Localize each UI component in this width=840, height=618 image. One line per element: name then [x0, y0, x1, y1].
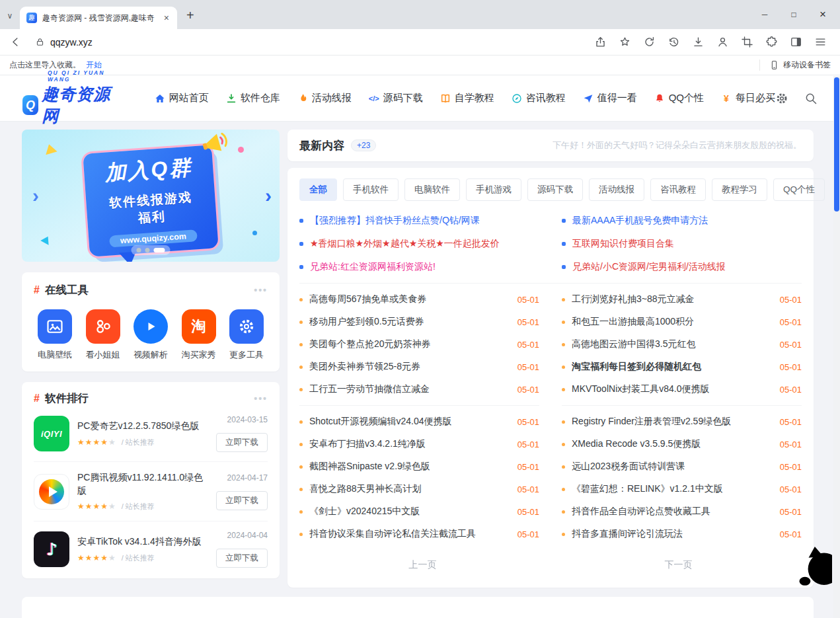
browser-tab[interactable]: 趣 趣奇资源网 - 残雪资源网,趣味奇 ×	[20, 7, 177, 29]
featured-link[interactable]: 兄弟站/小C资源网/宅男福利/活动线报	[562, 255, 802, 278]
address-bar[interactable]: qqzyw.xyz	[35, 37, 594, 48]
news-item[interactable]: 美团外卖神券节领25-8元券 05-01	[299, 356, 539, 378]
featured-link[interactable]: 兄弟站:红尘资源网福利资源站!	[299, 255, 539, 278]
news-item[interactable]: 工行浏览好礼抽3~88元立减金 05-01	[562, 288, 802, 311]
software-name[interactable]: PC爱奇艺v12.2.5.7850绿色版	[77, 420, 208, 433]
nav-item-daily-buy[interactable]: ¥ 每日必买	[721, 92, 775, 104]
share-icon[interactable]	[594, 36, 607, 48]
menu-icon[interactable]	[814, 36, 827, 48]
tool-taobao[interactable]: 淘 淘买家秀	[178, 309, 220, 361]
download-icon[interactable]	[692, 36, 705, 48]
carousel-dots[interactable]	[132, 245, 171, 255]
download-now-button[interactable]: 立即下载	[216, 433, 268, 452]
nav-item-qq[interactable]: QQ个性	[654, 92, 704, 104]
favorite-star-icon[interactable]	[619, 36, 631, 48]
prev-page-button[interactable]: 上一页	[299, 553, 546, 577]
content-tab[interactable]: 教程学习	[712, 178, 767, 201]
featured-link[interactable]: 最新AAAA手机靓号免费申请方法	[562, 209, 802, 232]
news-item[interactable]: 工行五一劳动节抽微信立减金 05-01	[299, 378, 539, 401]
nav-item-source-code[interactable]: </> 源码下载	[369, 92, 423, 104]
split-screen-icon[interactable]	[790, 36, 802, 48]
new-tab-button[interactable]: +	[177, 8, 204, 29]
featured-link[interactable]: 【强烈推荐】抖音快手粉丝点赞/Q钻/网课	[299, 209, 539, 232]
news-item[interactable]: 移动用户签到领0.5元话费券 05-01	[299, 311, 539, 333]
history-icon[interactable]	[668, 36, 680, 48]
scrollbar-thumb[interactable]	[834, 77, 839, 212]
nav-item-home[interactable]: 网站首页	[155, 92, 209, 104]
news-item[interactable]: 高德地图云游中国得3.5元红包 05-01	[562, 333, 802, 356]
news-item[interactable]: 和包五一出游抽最高1000积分 05-01	[562, 311, 802, 333]
profile-icon[interactable]	[716, 36, 729, 48]
refresh-icon[interactable]	[643, 36, 656, 48]
content-tab[interactable]: 手机游戏	[466, 178, 521, 201]
mobile-bookmarks-button[interactable]: 移动设备书签	[759, 59, 831, 71]
bullet-dot-icon	[299, 420, 303, 424]
nav-item-activity[interactable]: 活动线报	[297, 92, 352, 104]
download-now-button[interactable]: 立即下载	[216, 491, 268, 510]
software-name[interactable]: PC腾讯视频v11.92.1411.0绿色版	[77, 471, 208, 497]
page-scrollbar[interactable]	[833, 76, 840, 618]
site-logo[interactable]: QU QI ZI YUAN WANG Q 趣奇资源网	[22, 69, 111, 127]
content-tab[interactable]: 源码下载	[527, 178, 583, 201]
banner-carousel[interactable]: 加入Q群 软件线报游戏福利 www.quqizy.com › ›	[22, 130, 280, 262]
news-item[interactable]: 抖音作品全自动评论点赞收藏工具 05-01	[562, 500, 802, 523]
back-button[interactable]	[9, 36, 22, 48]
content-tab[interactable]: 电脑软件	[404, 178, 460, 201]
content-tab[interactable]: 全部	[299, 178, 337, 201]
window-close-button[interactable]: ×	[808, 8, 837, 21]
news-item[interactable]: Registry Finder注册表管理v2.59绿色版 05-01	[562, 410, 802, 433]
news-item[interactable]: 抖音多直播间评论引流玩法 05-01	[562, 523, 802, 545]
carousel-dot[interactable]	[145, 248, 150, 252]
news-item[interactable]: 截图神器Snipaste v2.9绿色版 05-01	[299, 455, 539, 478]
nav-item-news[interactable]: 咨讯教程	[512, 92, 566, 104]
download-now-button[interactable]: 立即下载	[216, 549, 268, 568]
news-item[interactable]: 《剑士》v20240215中文版 05-01	[299, 500, 539, 523]
more-dots-icon[interactable]: •••	[254, 285, 268, 295]
settings-gear-icon[interactable]	[775, 92, 788, 105]
news-item[interactable]: 美团每个整点抢20元奶茶神券 05-01	[299, 333, 539, 356]
content-tab[interactable]: 手机软件	[343, 178, 399, 201]
carousel-dot-active[interactable]	[154, 248, 165, 252]
search-icon[interactable]	[804, 92, 818, 105]
cat-mascot-icon[interactable]	[795, 544, 832, 588]
screenshot-crop-icon[interactable]	[741, 36, 753, 48]
minimize-button[interactable]: ─	[750, 10, 779, 19]
news-item[interactable]: 远山2023税务面试特训营课 05-01	[562, 455, 802, 478]
carousel-next-icon[interactable]: ›	[265, 186, 272, 206]
news-date: 05-01	[780, 507, 802, 517]
news-item[interactable]: 安卓布丁扫描v3.4.2.1纯净版 05-01	[299, 433, 539, 455]
nav-item-worth-seeing[interactable]: 值得一看	[583, 92, 637, 104]
featured-link[interactable]: ★香烟口粮★外烟★越代★关税★一件起批发价	[299, 232, 539, 255]
carousel-prev-icon[interactable]: ›	[32, 186, 39, 206]
more-dots-icon[interactable]: •••	[254, 393, 268, 404]
content-tab[interactable]: QQ个性	[773, 178, 825, 201]
news-item[interactable]: 《碧蓝幻想：RELINK》v1.2.1中文版 05-01	[562, 478, 802, 500]
tab-close-icon[interactable]: ×	[163, 13, 171, 23]
extensions-icon[interactable]	[765, 36, 778, 48]
tool-kuaishou[interactable]: 看小姐姐	[82, 309, 124, 361]
next-page-button[interactable]: 下一页	[555, 553, 802, 577]
featured-link[interactable]: 互联网知识付费项目合集	[562, 232, 802, 255]
news-item[interactable]: MKVToolNix封装工具v84.0便携版 05-01	[562, 378, 802, 401]
ranking-row-tiktok[interactable]: ♪ 安卓TikTok v34.1.4抖音海外版 ★★★★★ / 站长推荐 202…	[34, 521, 268, 577]
tab-search-chevron-icon[interactable]: ∨	[0, 11, 20, 29]
news-item[interactable]: Shotcut开源视频编辑v24.04便携版 05-01	[299, 410, 539, 433]
url-text[interactable]: qqzyw.xyz	[50, 37, 93, 48]
carousel-dot[interactable]	[137, 248, 141, 252]
content-tab[interactable]: 咨讯教程	[650, 178, 706, 201]
news-item[interactable]: 淘宝福利每日签到必得随机红包 05-01	[562, 356, 802, 378]
content-tab[interactable]: 活动线报	[589, 178, 644, 201]
tool-video-parse[interactable]: 视频解析	[130, 309, 172, 361]
ranking-row-iqiyi[interactable]: iQIYI PC爱奇艺v12.2.5.7850绿色版 ★★★★★ / 站长推荐 …	[34, 406, 268, 462]
maximize-button[interactable]: □	[779, 10, 808, 19]
tool-wallpaper[interactable]: 电脑壁纸	[34, 309, 76, 361]
news-item[interactable]: XMedia Recode v3.5.9.5便携版 05-01	[562, 433, 802, 455]
news-item[interactable]: 喜悦之路88天男神长高计划 05-01	[299, 478, 539, 500]
software-name[interactable]: 安卓TikTok v34.1.4抖音海外版	[77, 535, 208, 549]
news-item[interactable]: 抖音协议采集自动评论私信关注截流工具 05-01	[299, 523, 539, 545]
nav-item-tutorials[interactable]: 自学教程	[440, 92, 494, 104]
tool-more[interactable]: 更多工具	[225, 309, 268, 361]
ranking-row-tencent-video[interactable]: PC腾讯视频v11.92.1411.0绿色版 ★★★★★ / 站长推荐 2024…	[34, 462, 268, 521]
nav-item-software[interactable]: 软件仓库	[226, 92, 280, 104]
news-item[interactable]: 高德每周567抽免单或美食券 05-01	[299, 288, 539, 311]
